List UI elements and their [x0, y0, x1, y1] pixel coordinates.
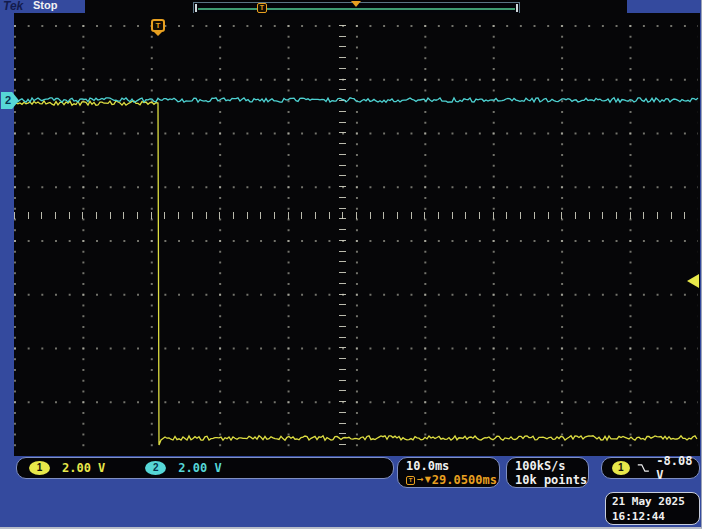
time-text: 16:12:44	[612, 509, 699, 524]
trigger-readout-box: 1 -8.08 V	[601, 457, 700, 479]
date-text: 21 May 2025	[612, 494, 699, 509]
overview-left-bracket	[195, 4, 197, 12]
ch2-scale-value: 2.00 V	[178, 461, 221, 475]
waveform-plot	[14, 13, 700, 456]
down-triangle-icon	[351, 1, 361, 7]
tek-logo: Tek	[3, 0, 23, 13]
ch2-badge: 2	[145, 461, 166, 475]
channel-readout-box: 1 2.00 V 2 2.00 V	[16, 457, 394, 479]
delay-value: 29.0500ms	[432, 473, 497, 487]
trigger-flag-point	[154, 32, 162, 36]
acquisition-readout-box: 100kS/s 10k points	[506, 457, 589, 488]
horizontal-readout-box: 10.0ms T → ▼ 29.0500ms	[397, 457, 500, 488]
sample-rate-readout: 100kS/s	[515, 459, 588, 473]
oscilloscope-screen: Tek Stop T T 2 1 2.00 V 2 2.00 V 10.0ms …	[0, 0, 702, 529]
timebase-readout: 10.0ms	[406, 459, 499, 473]
overview-waveform-line	[198, 8, 515, 10]
trigger-t-icon: T	[257, 3, 267, 13]
overview-right-bracket	[516, 4, 518, 12]
waveform-ch1	[14, 101, 697, 445]
down-triangle-icon: ▼	[425, 473, 431, 487]
ch1-scale-value: 2.00 V	[62, 461, 105, 475]
acquisition-status: Stop	[33, 0, 57, 11]
ch1-badge: 1	[29, 461, 50, 475]
delay-readout: T → ▼ 29.0500ms	[406, 473, 499, 487]
datetime-box: 21 May 2025 16:12:44	[605, 492, 700, 525]
trigger-t-icon: T	[406, 476, 415, 485]
right-arrow-icon: →	[417, 473, 424, 487]
ch2-scale-readout: 2 2.00 V	[145, 461, 221, 475]
trigger-level-value: -8.08 V	[656, 454, 699, 482]
left-arrow-icon	[687, 274, 699, 288]
ch1-scale-readout: 1 2.00 V	[29, 461, 105, 475]
record-length-readout: 10k points	[515, 473, 588, 487]
trigger-position-flag: T	[151, 19, 165, 32]
falling-edge-icon	[637, 462, 650, 474]
trigger-source-badge: 1	[612, 461, 630, 475]
